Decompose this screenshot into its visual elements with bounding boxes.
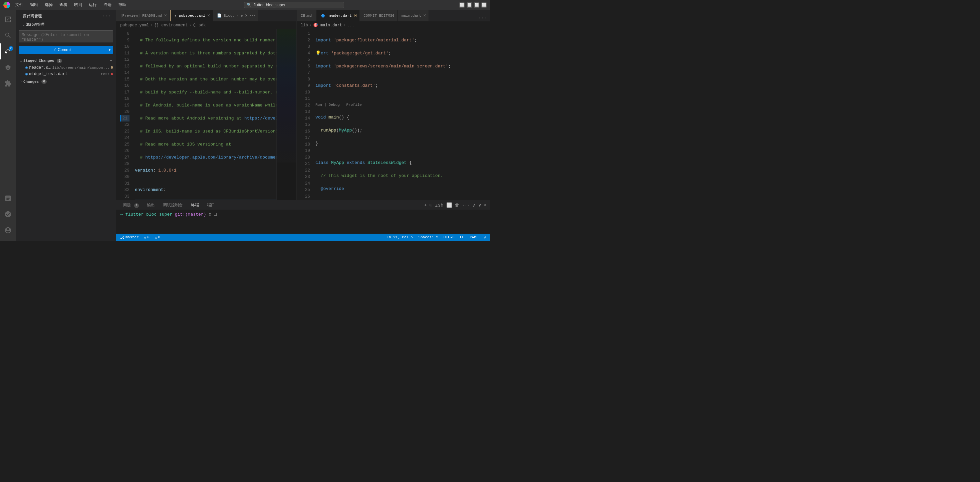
breadcrumb-lib[interactable]: lib bbox=[301, 23, 308, 28]
staged-changes-header[interactable]: ⌄ Staged Changes 2 − bbox=[16, 57, 116, 64]
breadcrumb-environment[interactable]: {} environment bbox=[154, 23, 188, 28]
search-input[interactable] bbox=[244, 2, 344, 8]
status-language[interactable]: YAML bbox=[468, 235, 480, 239]
terminal-cursor: x □ bbox=[208, 212, 216, 217]
changes-header[interactable]: › Changes 0 bbox=[16, 78, 116, 85]
menu-goto[interactable]: 转到 bbox=[72, 2, 85, 8]
menu-help[interactable]: 帮助 bbox=[116, 2, 129, 8]
menu-run[interactable]: 运行 bbox=[86, 2, 99, 8]
tab-close-pubspec[interactable]: × bbox=[207, 13, 210, 18]
left-code-lines[interactable]: # The following defines the version and … bbox=[132, 29, 276, 200]
editor-main: [Preview] README.md × ● pubspec.yaml × 📄… bbox=[116, 10, 490, 241]
commit-button[interactable]: ✓ 源代码管理 Commit bbox=[19, 46, 106, 54]
status-spaces[interactable]: Spaces: 2 bbox=[417, 235, 439, 239]
activity-remote[interactable] bbox=[0, 206, 16, 222]
spaces-text: Spaces: 2 bbox=[418, 235, 438, 239]
status-errors[interactable]: ⊗ 0 bbox=[143, 235, 151, 240]
tab-ie-md[interactable]: IE.md bbox=[297, 10, 317, 21]
chevron-down-icon: ⌄ bbox=[20, 59, 22, 63]
unstage-all-btn[interactable]: − bbox=[109, 58, 113, 64]
breadcrumb-main-dart[interactable]: 🎯 main.dart bbox=[313, 23, 342, 28]
terminal-maximize-btn[interactable]: ⬜ bbox=[445, 202, 453, 208]
position-text: Ln 21, Col 5 bbox=[387, 235, 413, 239]
tab-blog[interactable]: 📄 Blog. ⬇ ↻ ⟳ ··· bbox=[213, 10, 258, 21]
sidebar-title: 源代码管理 ··· bbox=[16, 10, 116, 21]
tab-label-header: header.dart bbox=[328, 14, 352, 18]
terminal-up-btn[interactable]: ∧ bbox=[472, 202, 476, 208]
terminal-split-btn[interactable]: ⊞ bbox=[429, 202, 433, 208]
staged-file-widget-test[interactable]: ◉ widget_test.dart test D bbox=[16, 71, 116, 77]
window-btn-2[interactable]: ⬜ bbox=[467, 2, 472, 8]
activity-account[interactable] bbox=[0, 222, 16, 238]
tab-more-btn[interactable]: ··· bbox=[478, 15, 487, 21]
status-encoding[interactable]: UTF-8 bbox=[442, 235, 456, 239]
tab-close-preview[interactable]: × bbox=[164, 13, 167, 18]
right-tab-actions: ··· bbox=[478, 15, 490, 21]
right-code-editor[interactable]: 12345 6789 1011121314 1516171819 2021222… bbox=[297, 29, 490, 200]
status-position[interactable]: Ln 21, Col 5 bbox=[385, 235, 414, 239]
commit-dropdown-button[interactable]: ▾ bbox=[106, 46, 113, 54]
terminal-label-btn[interactable]: zsh bbox=[434, 202, 444, 208]
tab-modified-m: M bbox=[355, 14, 357, 18]
activity-test[interactable] bbox=[0, 190, 16, 206]
tab-header-dart[interactable]: 🔷 header.dart M bbox=[317, 10, 360, 21]
status-warnings[interactable]: ⚠ 0 bbox=[154, 235, 162, 240]
staged-file-header-dart[interactable]: ◉ header.dart lib/screens/main/compon...… bbox=[16, 64, 116, 71]
terminal-more-btn[interactable]: ··· bbox=[461, 202, 471, 208]
staged-filepath-2: test bbox=[101, 72, 110, 76]
breadcrumb-sep-1: › bbox=[150, 23, 153, 28]
activity-source-control[interactable]: 2 bbox=[0, 43, 16, 59]
terminal-add-btn[interactable]: + bbox=[423, 202, 427, 208]
menu-view[interactable]: 查看 bbox=[57, 2, 70, 8]
window-btn-4[interactable]: ⬜ bbox=[481, 2, 487, 8]
minimap bbox=[276, 29, 296, 200]
status-notifications[interactable]: ⚡ bbox=[482, 235, 487, 240]
sidebar-more-btn[interactable]: ··· bbox=[102, 13, 112, 19]
menu-select[interactable]: 选择 bbox=[42, 2, 56, 8]
window-btn-1[interactable]: ⬜ bbox=[459, 2, 465, 8]
tab-output[interactable]: 输出 bbox=[143, 201, 159, 209]
commit-message-input[interactable] bbox=[19, 30, 113, 42]
left-tab-bar: [Preview] README.md × ● pubspec.yaml × 📄… bbox=[116, 10, 296, 22]
scm-section-title[interactable]: ⌄ 源代码管理 bbox=[16, 21, 116, 29]
tab-label-terminal: 终端 bbox=[191, 203, 199, 208]
tab-terminal[interactable]: 终端 bbox=[187, 201, 203, 209]
left-line-numbers: 89101112 1314151617 181920 21 2223242526… bbox=[116, 29, 132, 200]
activity-extensions[interactable] bbox=[0, 75, 16, 91]
menu-edit[interactable]: 编辑 bbox=[27, 2, 41, 8]
staged-filename-1: header.dart bbox=[29, 65, 51, 70]
encoding-text: UTF-8 bbox=[444, 235, 455, 239]
staged-changes-actions: − bbox=[109, 58, 113, 64]
staged-changes-group: ⌄ Staged Changes 2 − ◉ header.dart lib/s… bbox=[16, 57, 116, 77]
terminal-down-btn[interactable]: ∨ bbox=[478, 202, 482, 208]
left-code-editor[interactable]: 89101112 1314151617 181920 21 2223242526… bbox=[116, 29, 296, 200]
warning-icon: ⚠ bbox=[155, 235, 157, 240]
terminal-delete-btn[interactable]: 🗑 bbox=[454, 202, 460, 208]
breadcrumb-pubspec[interactable]: pubspec.yaml bbox=[120, 23, 149, 28]
tab-close-main[interactable]: × bbox=[423, 13, 426, 18]
terminal-close-btn[interactable]: × bbox=[483, 202, 487, 208]
status-eol[interactable]: LF bbox=[459, 235, 466, 239]
changes-header-left: › Changes 0 bbox=[20, 80, 47, 84]
activity-explorer[interactable] bbox=[0, 11, 16, 27]
menu-file[interactable]: 文件 bbox=[13, 2, 26, 8]
breadcrumb-sep-2: › bbox=[189, 23, 191, 28]
staged-count-badge: 2 bbox=[57, 59, 62, 63]
tab-ports[interactable]: 端口 bbox=[203, 201, 219, 209]
right-code-lines[interactable]: import 'package:flutter/material.dart'; … bbox=[313, 29, 490, 200]
menu-terminal[interactable]: 终端 bbox=[101, 2, 114, 8]
breadcrumb-sdk[interactable]: ⬡ sdk bbox=[193, 23, 206, 28]
tab-commit-editmsg[interactable]: COMMIT_EDITMSG bbox=[360, 10, 397, 21]
tab-problems[interactable]: 问题 2 bbox=[119, 201, 143, 209]
terminal-body[interactable]: → flutter_bloc_super git:(master) x □ bbox=[116, 210, 490, 234]
window-btn-3[interactable]: ⬜ bbox=[474, 2, 479, 8]
breadcrumb-dots[interactable]: ... bbox=[347, 23, 355, 28]
status-branch[interactable]: ⎇ master bbox=[119, 235, 140, 240]
activity-search[interactable] bbox=[0, 27, 16, 43]
status-branch-name: master bbox=[126, 235, 139, 239]
tab-main-dart[interactable]: main.dart × bbox=[398, 10, 429, 21]
tab-debug-console[interactable]: 调试控制台 bbox=[159, 201, 187, 209]
tab-preview-readme[interactable]: [Preview] README.md × bbox=[116, 10, 170, 21]
tab-pubspec-yaml[interactable]: ● pubspec.yaml × bbox=[170, 10, 213, 21]
activity-debug[interactable] bbox=[0, 59, 16, 75]
